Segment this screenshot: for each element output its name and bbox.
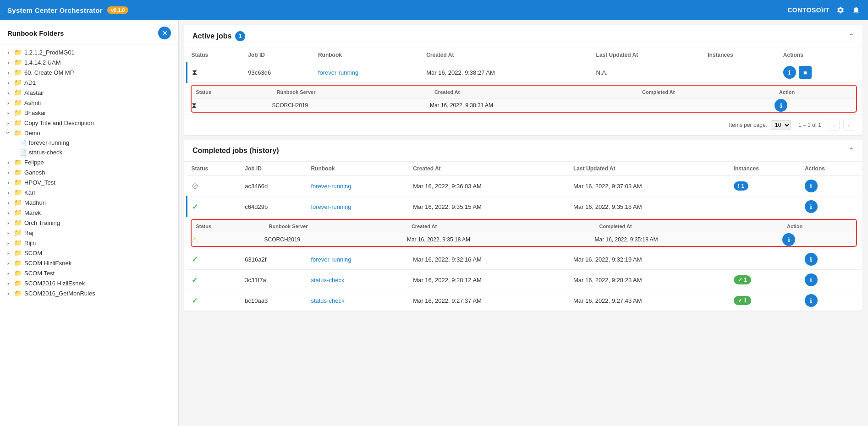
folder-icon: 📁 xyxy=(14,169,22,176)
folder-label: 1.4.14.2 UAM xyxy=(24,59,61,66)
chevron-icon: › xyxy=(5,249,12,257)
chevron-icon: › xyxy=(5,169,12,176)
sub-table-cell: Status Runbook Server Created At Complet… xyxy=(187,217,861,249)
col-status: Status xyxy=(187,48,244,62)
sidebar-folder-f14[interactable]: ›📁Madhuri xyxy=(0,197,178,208)
runbook-link[interactable]: forever-running xyxy=(311,203,351,210)
prev-page-button[interactable]: ‹ xyxy=(829,120,840,131)
sidebar-folder-f9[interactable]: ›📁Demo xyxy=(0,128,178,138)
sub-col-action: Action xyxy=(782,220,856,233)
completed-jobs-collapse-icon[interactable]: ⌃ xyxy=(848,146,854,155)
sidebar-folder-f11[interactable]: ›📁Ganesh xyxy=(0,167,178,177)
items-per-page-select[interactable]: 10 25 50 xyxy=(771,120,791,130)
folder-icon: 📁 xyxy=(14,189,22,196)
sidebar-folder-f1[interactable]: ›📁1.2.1.2_ProdMG01 xyxy=(0,47,178,57)
sidebar-folder-f20[interactable]: ›📁SCOM HizliEsnek xyxy=(0,258,178,268)
status-cancel-icon: ⊘ xyxy=(192,181,198,191)
sidebar-folder-f5[interactable]: ›📁Alastair xyxy=(0,87,178,98)
info-button[interactable]: ℹ xyxy=(805,273,818,286)
folder-label: Demo xyxy=(24,130,40,137)
col-created-at: Created At xyxy=(422,48,591,62)
runbook-link[interactable]: status-check xyxy=(311,297,344,304)
sub-info-button[interactable]: ℹ xyxy=(775,99,787,112)
status-warning-icon: ⚠ xyxy=(192,236,198,244)
settings-icon[interactable] xyxy=(836,5,845,15)
folder-label: 60. Create OM MP xyxy=(24,69,74,76)
stop-button[interactable]: ■ xyxy=(799,66,812,79)
header-right: CONTOSO\IT xyxy=(787,5,861,15)
sub-col-action: Action xyxy=(775,86,856,99)
sub-completed-cell: Mar 16, 2022, 9:35:18 AM xyxy=(594,233,782,246)
sub-col-created: Created At xyxy=(430,86,637,99)
info-button[interactable]: ℹ xyxy=(805,200,818,213)
sidebar-folder-f7[interactable]: ›📁Bhaskar xyxy=(0,108,178,118)
notification-icon[interactable] xyxy=(852,5,861,15)
sidebar-folder-f18[interactable]: ›📁Rijin xyxy=(0,238,178,248)
chevron-icon: › xyxy=(5,129,12,137)
col-runbook: Runbook xyxy=(313,48,422,62)
sidebar-folder-f16[interactable]: ›📁Orch Training xyxy=(0,218,178,228)
version-badge: v0.1.0 xyxy=(107,6,129,14)
sidebar-folder-f19[interactable]: ›📁SCOM xyxy=(0,248,178,258)
created-at-cell: Mar 16, 2022, 9:32:16 AM xyxy=(408,249,569,270)
active-jobs-collapse-icon[interactable]: ⌃ xyxy=(848,32,854,41)
sidebar-folder-f21[interactable]: ›📁SCOM Test xyxy=(0,268,178,278)
runbook-cell: forever-running xyxy=(313,62,422,83)
runbook-cell: forever-running xyxy=(306,249,408,270)
sub-table-row: Status Runbook Server Created At Complet… xyxy=(187,217,861,249)
sidebar-folder-f15[interactable]: ›📁Marek xyxy=(0,208,178,218)
sub-info-button[interactable]: ℹ xyxy=(782,233,795,246)
next-page-button[interactable]: › xyxy=(843,120,854,131)
folder-icon: 📁 xyxy=(14,158,22,166)
sub-status-cell: ⧗ xyxy=(192,99,272,112)
actions-cell: ℹ xyxy=(800,290,861,311)
sidebar-folder-f17[interactable]: ›📁Raj xyxy=(0,228,178,238)
folder-icon: 📁 xyxy=(14,79,22,86)
sidebar-folder-f12[interactable]: ›📁HPOV_Test xyxy=(0,177,178,187)
chevron-icon: › xyxy=(5,49,12,56)
status-hourglass-icon: ⧗ xyxy=(192,68,197,76)
sub-server-cell: SCORCH2019 xyxy=(264,233,407,246)
sidebar-file-f9c2[interactable]: 📄status-check xyxy=(13,147,178,157)
sidebar-file-f9c1[interactable]: 📄forever-running xyxy=(13,138,178,147)
close-sidebar-button[interactable]: ✕ xyxy=(158,27,171,39)
runbook-link[interactable]: forever-running xyxy=(318,69,358,76)
col-last-updated: Last Updated At xyxy=(569,162,729,176)
info-button[interactable]: ℹ xyxy=(805,253,818,266)
status-check-icon: ✓ xyxy=(192,203,198,211)
folder-icon: 📁 xyxy=(14,199,22,206)
runbook-link[interactable]: forever-running xyxy=(311,183,351,190)
folder-icon: 📁 xyxy=(14,229,22,236)
sidebar-folder-f3[interactable]: ›📁60. Create OM MP xyxy=(0,67,178,77)
actions-cell: ℹ ■ xyxy=(779,62,861,83)
sub-server-cell: SCORCH2019 xyxy=(272,99,429,112)
created-at-cell: Mar 16, 2022, 9:28:12 AM xyxy=(408,270,569,290)
sidebar-folder-f2[interactable]: ›📁1.4.14.2 UAM xyxy=(0,57,178,67)
sidebar-folder-f23[interactable]: ›📁SCOM2016_GetMonRules xyxy=(0,288,178,298)
sub-action-cell: ℹ xyxy=(775,99,856,112)
sidebar-folder-f22[interactable]: ›📁SCOM2016 HizliEsnek xyxy=(0,278,178,288)
sidebar-folder-f13[interactable]: ›📁Karl xyxy=(0,187,178,197)
chevron-icon: › xyxy=(5,229,12,236)
info-button[interactable]: ℹ xyxy=(805,180,818,192)
instance-badge: ✓ 1 xyxy=(734,296,751,305)
app-title: System Center Orchestrator xyxy=(7,6,103,14)
status-cell: ✓ xyxy=(187,270,241,290)
status-check-icon: ✓ xyxy=(192,297,198,305)
last-updated-cell: Mar 16, 2022, 9:35:18 AM xyxy=(569,197,729,217)
chevron-icon: › xyxy=(5,259,12,267)
completed-jobs-table: Status Job ID Runbook Created At Last Up… xyxy=(186,162,861,311)
runbook-link[interactable]: status-check xyxy=(311,277,344,284)
sidebar-folder-f6[interactable]: ›📁Ashriti xyxy=(0,98,178,108)
folder-icon: 📁 xyxy=(14,269,22,277)
sidebar-folder-f4[interactable]: ›📁AD1 xyxy=(0,77,178,87)
info-button[interactable]: ℹ xyxy=(783,66,796,79)
sidebar-folder-f10[interactable]: ›📁Felippe xyxy=(0,157,178,167)
runbook-link[interactable]: forever-running xyxy=(311,256,351,263)
status-check-icon: ✓ xyxy=(192,276,198,284)
sidebar-folder-f8[interactable]: ›📁Copy Title and Description xyxy=(0,118,178,128)
info-button[interactable]: ℹ xyxy=(805,294,818,307)
org-label: CONTOSO\IT xyxy=(787,6,830,14)
sub-data-row: ⚠ SCORCH2019 Mar 16, 2022, 9:35:18 AM Ma… xyxy=(192,233,857,246)
col-job-id: Job ID xyxy=(240,162,306,176)
